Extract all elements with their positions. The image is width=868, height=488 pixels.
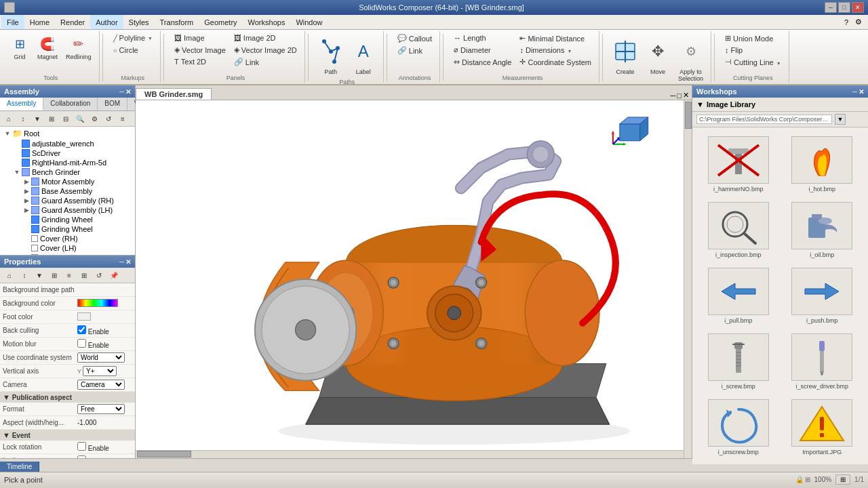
menu-styles[interactable]: Styles (123, 15, 155, 29)
viewport-scrollbar-vertical[interactable] (684, 100, 692, 458)
tree-item-cover-lh[interactable]: Cover (LH) (1, 243, 134, 253)
annotation-link-button[interactable]: 🔗 Link (394, 45, 435, 56)
properties-close[interactable]: ✕ (125, 258, 131, 266)
lib-item-screw-driver[interactable]: i_screw_driver.bmp (782, 330, 863, 393)
prop-refresh-btn[interactable]: ↺ (92, 269, 106, 281)
lock-pan-checkbox[interactable] (77, 455, 86, 458)
status-fit-btn[interactable]: ⊞ (835, 474, 850, 485)
prop-sort-btn[interactable]: ↕ (18, 269, 31, 281)
tree-item-cover-rh[interactable]: Cover (RH) (1, 234, 134, 243)
tree-item-motor-assembly[interactable]: ▶ Motor Assembly (1, 177, 134, 186)
tab-assembly[interactable]: Assembly (0, 98, 43, 110)
viewport-tab-wb-grinder[interactable]: WB Grinder.smg (136, 88, 212, 100)
flip-button[interactable]: ↕ Flip (722, 45, 785, 56)
close-button[interactable]: ✕ (852, 2, 864, 13)
menu-window[interactable]: Window (290, 15, 328, 29)
circle-button[interactable]: ○ Circle (110, 45, 156, 56)
prop-coord-system-value[interactable]: World (77, 352, 132, 363)
assembly-panel-minimize[interactable]: ─ (119, 88, 124, 96)
menu-home[interactable]: Home (24, 15, 55, 29)
lib-item-push[interactable]: i_push.bmp (782, 264, 863, 327)
tree-item-guard-lh[interactable]: ▶ Guard Assembly (LH) (1, 205, 134, 215)
tree-item-base-assembly[interactable]: ▶ Base Assembly (1, 186, 134, 196)
label-button[interactable]: A Label (348, 33, 379, 77)
tree-filter-btn[interactable]: ▼ (31, 113, 44, 125)
properties-minimize[interactable]: ─ (119, 258, 124, 266)
union-mode-button[interactable]: ⊞ Union Mode (722, 33, 785, 44)
coordinate-system-button[interactable]: ✛ Coordinate System (516, 56, 595, 68)
prop-camera-value[interactable]: Camera (77, 380, 132, 390)
workshops-minimize[interactable]: ─ (852, 88, 857, 96)
redlining-button[interactable]: ✏ Redlining (62, 33, 95, 62)
prop-bg-color-value[interactable] (77, 299, 132, 308)
tree-item-righthand[interactable]: RightHand-mit-Arm-5d (1, 158, 134, 167)
apply-to-selection-button[interactable]: ⚙ Apply toSelection (675, 33, 707, 84)
prop-section-publication[interactable]: ▼ Publication aspect (0, 392, 135, 403)
lib-item-important[interactable]: Important.JPG (782, 396, 863, 459)
magnet-button[interactable]: 🧲 Magnet (34, 33, 61, 62)
prop-filter-btn[interactable]: ▼ (33, 269, 46, 281)
distance-angle-button[interactable]: ⇔ Distance Angle (450, 56, 515, 68)
app-icon[interactable] (4, 2, 15, 13)
foot-color-swatch[interactable] (77, 312, 91, 321)
prop-foot-color-value[interactable] (77, 312, 132, 322)
menu-geometry[interactable]: Geometry (199, 15, 242, 29)
menu-author[interactable]: Author (90, 15, 123, 29)
camera-dropdown[interactable]: Camera (77, 380, 125, 390)
vector-image-button[interactable]: ◈ Vector Image (171, 44, 229, 56)
image-button[interactable]: 🖼 Image (171, 33, 229, 43)
tree-settings-btn[interactable]: ⚙ (87, 113, 101, 125)
timeline-tab[interactable]: Timeline (0, 462, 39, 472)
back-culling-checkbox[interactable] (77, 325, 86, 334)
lib-item-inspection[interactable]: i_inspection.bmp (698, 199, 779, 262)
settings-button[interactable]: ⚙ (853, 17, 864, 28)
tree-item-guard-rh[interactable]: ▶ Guard Assembly (RH) (1, 196, 134, 205)
tree-item-grinding-wheel-2[interactable]: Grinding Wheel (1, 224, 134, 234)
menu-render[interactable]: Render (55, 15, 90, 29)
coord-system-dropdown[interactable]: World (77, 352, 125, 363)
lib-item-oil[interactable]: i_oil.bmp (782, 199, 863, 262)
lib-item-hot[interactable]: i_hot.bmp (782, 133, 863, 196)
prop-format-value[interactable]: Free (77, 404, 132, 414)
tree-item-bench-grinder[interactable]: ▼ Bench Grinder (1, 167, 134, 177)
lib-item-pull[interactable]: i_pull.bmp (698, 264, 779, 327)
minimize-button[interactable]: ─ (825, 2, 837, 13)
lib-item-unscrew[interactable]: i_unscrew.bmp (698, 396, 779, 459)
tree-expand-btn[interactable]: ⊞ (45, 113, 58, 125)
create-button[interactable]: Create (610, 33, 641, 77)
cutting-line-button[interactable]: ⊣ Cutting Line ▼ (722, 56, 785, 68)
tree-item-root[interactable]: ▼ 📁 Root (1, 128, 134, 139)
path-button[interactable]: Path (315, 33, 347, 77)
prop-expand-btn[interactable]: ⊞ (47, 269, 61, 281)
bg-color-swatch[interactable] (77, 299, 118, 307)
grid-button[interactable]: ⊞ Grid (7, 33, 33, 62)
prop-pin-btn[interactable]: 📌 (107, 269, 121, 281)
polyline-button[interactable]: ╱ Polyline ▼ (110, 33, 156, 43)
minimal-distance-button[interactable]: ⇤ Minimal Distance (516, 33, 595, 44)
tree-item-scdriver[interactable]: ScDriver (1, 148, 134, 158)
maximize-button[interactable]: □ (838, 2, 850, 13)
vector-image-2d-button[interactable]: ◈ Vector Image 2D (231, 44, 300, 56)
prop-table-btn[interactable]: ≡ (62, 269, 76, 281)
tree-sort-btn[interactable]: ↕ (16, 113, 30, 125)
callout-button[interactable]: 💬 Callout (394, 33, 435, 44)
length-button[interactable]: ↔ Length (450, 33, 515, 43)
tree-home-btn[interactable]: ⌂ (2, 113, 16, 125)
tree-search-btn[interactable]: 🔍 (73, 113, 87, 125)
lib-item-hammer-no[interactable]: i_hammerNO.bmp (698, 133, 779, 196)
lock-rotation-checkbox[interactable] (77, 442, 86, 451)
tree-refresh-btn[interactable]: ↺ (102, 113, 115, 125)
motion-blur-checkbox[interactable] (77, 339, 86, 348)
prop-home-btn[interactable]: ⌂ (3, 269, 16, 281)
assembly-panel-close[interactable]: ✕ (125, 88, 131, 96)
library-path-browse-btn[interactable]: ▼ (835, 114, 846, 125)
format-dropdown[interactable]: Free (77, 404, 125, 414)
text-2d-button[interactable]: T Text 2D (171, 56, 229, 67)
help-button[interactable]: ? (841, 17, 852, 28)
viewport[interactable] (136, 100, 692, 458)
tree-collapse-btn[interactable]: ⊟ (59, 113, 73, 125)
menu-workshops[interactable]: Workshops (243, 15, 291, 29)
link-button[interactable]: 🔗 Link (231, 56, 300, 68)
dimensions-button[interactable]: ↕ Dimensions ▼ (516, 45, 595, 56)
tree-item-adjustable-wrench[interactable]: adjustable_wrench (1, 139, 134, 148)
